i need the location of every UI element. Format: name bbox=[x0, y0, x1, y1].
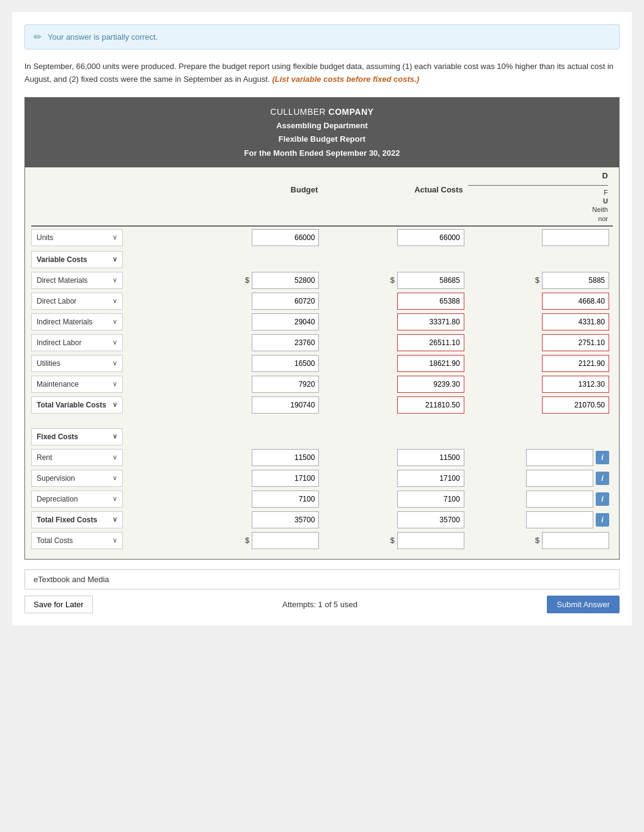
actual-cell: $ bbox=[323, 532, 467, 549]
info-button[interactable]: i bbox=[596, 472, 609, 485]
label-button[interactable]: Total Costs∨ bbox=[31, 532, 123, 549]
actual-input[interactable] bbox=[397, 313, 464, 330]
label-button[interactable]: Indirect Materials∨ bbox=[31, 313, 123, 330]
diff-input[interactable] bbox=[526, 470, 593, 487]
diff-input[interactable] bbox=[542, 334, 609, 351]
budget-input[interactable] bbox=[252, 355, 319, 372]
label-text: Utilities bbox=[37, 359, 60, 368]
label-button[interactable]: Utilities∨ bbox=[31, 355, 123, 372]
diff-input[interactable] bbox=[542, 376, 609, 393]
diff-input[interactable] bbox=[542, 272, 609, 289]
diff-cell bbox=[468, 334, 613, 351]
actual-cell bbox=[323, 511, 467, 528]
diff-input[interactable] bbox=[542, 293, 609, 310]
row-label-cell: Utilities∨ bbox=[31, 355, 178, 372]
budget-input[interactable] bbox=[252, 532, 319, 549]
diff-input[interactable] bbox=[542, 532, 609, 549]
label-button[interactable]: Maintenance∨ bbox=[31, 376, 123, 393]
row-label-cell: Indirect Labor∨ bbox=[31, 334, 178, 351]
label-button[interactable]: Variable Costs∨ bbox=[31, 251, 123, 268]
budget-cell bbox=[178, 334, 323, 351]
chevron-down-icon: ∨ bbox=[112, 536, 117, 544]
budget-input[interactable] bbox=[252, 396, 319, 414]
table-row: Variable Costs∨ bbox=[31, 251, 613, 268]
diff-input[interactable] bbox=[526, 511, 593, 528]
label-button[interactable]: Total Fixed Costs∨ bbox=[31, 511, 123, 528]
budget-input[interactable] bbox=[252, 511, 319, 528]
diff-cell: i bbox=[468, 491, 613, 508]
row-label-cell: Total Costs∨ bbox=[31, 532, 178, 549]
actual-input[interactable] bbox=[397, 355, 464, 372]
budget-input[interactable] bbox=[252, 376, 319, 393]
actual-input[interactable] bbox=[397, 470, 464, 487]
info-button[interactable]: i bbox=[596, 513, 609, 527]
label-button[interactable]: Direct Materials∨ bbox=[31, 272, 123, 289]
label-text: Indirect Labor bbox=[37, 338, 81, 347]
actual-input[interactable] bbox=[397, 511, 464, 528]
row-label-cell: Total Fixed Costs∨ bbox=[31, 511, 178, 528]
actual-input[interactable] bbox=[397, 334, 464, 351]
save-button[interactable]: Save for Later bbox=[24, 596, 93, 613]
label-text: Indirect Materials bbox=[37, 318, 92, 326]
label-button[interactable]: Depreciation∨ bbox=[31, 491, 123, 508]
table-row: Supervision∨i bbox=[31, 470, 613, 487]
diff-input[interactable] bbox=[526, 449, 593, 466]
actual-input[interactable] bbox=[397, 376, 464, 393]
col-headers-row: Budget Actual Costs F U Neith nor bbox=[31, 185, 613, 227]
actual-cell bbox=[323, 396, 467, 414]
actual-input[interactable] bbox=[397, 272, 464, 289]
report-header: CULLUMBER COMPANY Assembling Department … bbox=[25, 98, 619, 167]
actual-input[interactable] bbox=[397, 532, 464, 549]
label-button[interactable]: Direct Labor∨ bbox=[31, 293, 123, 310]
label-text: Units bbox=[37, 233, 53, 242]
budget-input[interactable] bbox=[252, 272, 319, 289]
actual-input[interactable] bbox=[397, 229, 464, 246]
row-label-cell: Direct Materials∨ bbox=[31, 272, 178, 289]
label-button[interactable]: Total Variable Costs∨ bbox=[31, 396, 123, 414]
budget-input[interactable] bbox=[252, 491, 319, 508]
budget-input[interactable] bbox=[252, 229, 319, 246]
label-button[interactable]: Units∨ bbox=[31, 229, 123, 246]
label-button[interactable]: Fixed Costs∨ bbox=[31, 428, 123, 445]
row-label-cell: Units∨ bbox=[31, 229, 178, 246]
label-text: Total Fixed Costs bbox=[37, 516, 97, 524]
info-button[interactable]: i bbox=[596, 492, 609, 506]
row-label-cell: Depreciation∨ bbox=[31, 491, 178, 508]
actual-input[interactable] bbox=[397, 293, 464, 310]
actual-cell bbox=[323, 293, 467, 310]
dept-line: Assembling Department bbox=[30, 119, 614, 133]
diff-input[interactable] bbox=[526, 491, 593, 508]
actual-input[interactable] bbox=[397, 449, 464, 466]
row-label-cell: Direct Labor∨ bbox=[31, 293, 178, 310]
submit-button[interactable]: Submit Answer bbox=[547, 596, 620, 613]
chevron-down-icon: ∨ bbox=[112, 359, 117, 367]
label-button[interactable]: Supervision∨ bbox=[31, 470, 123, 487]
diff-input[interactable] bbox=[542, 229, 609, 246]
budget-input[interactable] bbox=[252, 313, 319, 330]
budget-input[interactable] bbox=[252, 334, 319, 351]
diff-input[interactable] bbox=[542, 355, 609, 372]
budget-cell bbox=[178, 396, 323, 414]
actual-input[interactable] bbox=[397, 396, 464, 414]
chevron-down-icon: ∨ bbox=[112, 453, 117, 461]
label-button[interactable]: Indirect Labor∨ bbox=[31, 334, 123, 351]
budget-cell bbox=[178, 491, 323, 508]
report-container: CULLUMBER COMPANY Assembling Department … bbox=[24, 97, 620, 560]
diff-u-label: U bbox=[468, 197, 608, 205]
chevron-down-icon: ∨ bbox=[112, 474, 117, 482]
diff-input[interactable] bbox=[542, 396, 609, 414]
info-button[interactable]: i bbox=[596, 451, 609, 464]
budget-input[interactable] bbox=[252, 449, 319, 466]
budget-input[interactable] bbox=[252, 470, 319, 487]
actual-input[interactable] bbox=[397, 491, 464, 508]
diff-input[interactable] bbox=[542, 313, 609, 330]
alert-text: Your answer is partially correct. bbox=[48, 32, 158, 42]
label-text: Total Variable Costs bbox=[37, 401, 106, 409]
budget-cell bbox=[178, 313, 323, 330]
etextbook-label: eTextbook and Media bbox=[34, 575, 109, 584]
budget-input[interactable] bbox=[252, 293, 319, 310]
chevron-down-icon: ∨ bbox=[112, 255, 117, 263]
table-row: Total Variable Costs∨ bbox=[31, 396, 613, 414]
budget-cell bbox=[178, 293, 323, 310]
label-button[interactable]: Rent∨ bbox=[31, 449, 123, 466]
